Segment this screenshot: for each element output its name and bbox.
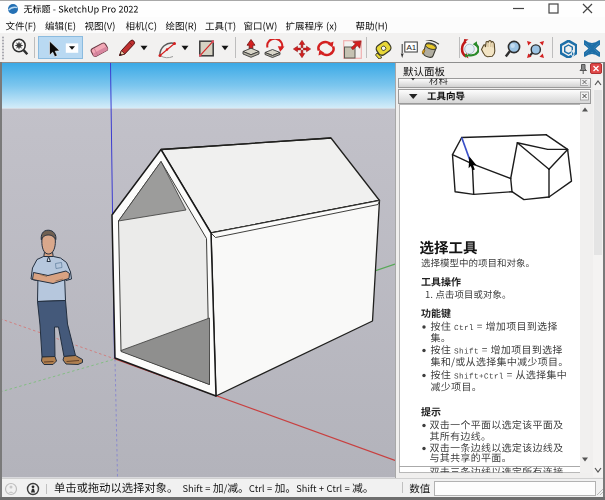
svg-text:A1: A1: [406, 43, 416, 52]
